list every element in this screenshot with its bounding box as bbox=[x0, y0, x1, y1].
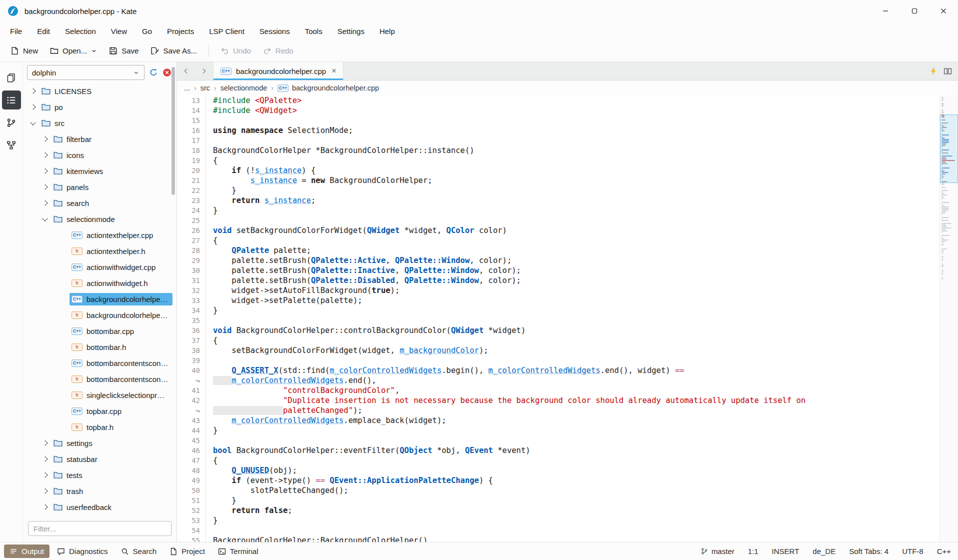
close-button[interactable] bbox=[929, 0, 958, 22]
tree-item[interactable]: userfeedback bbox=[23, 499, 176, 515]
lightning-icon[interactable] bbox=[930, 67, 938, 75]
tree-item[interactable]: search bbox=[23, 195, 176, 211]
save-as-button[interactable]: Save As... bbox=[145, 44, 202, 58]
code-line[interactable]: 22 } bbox=[177, 186, 940, 196]
tab-back-button[interactable] bbox=[177, 62, 195, 80]
code-line[interactable]: 21 s_instance = new BackgroundColorHelpe… bbox=[177, 176, 940, 186]
code-line[interactable]: 19{ bbox=[177, 156, 940, 166]
redo-button[interactable]: Redo bbox=[258, 44, 299, 58]
statusbar-project-button[interactable]: Project bbox=[164, 544, 210, 558]
statusbar-encoding[interactable]: UTF-8 bbox=[902, 547, 924, 556]
sidebar-button-git[interactable] bbox=[2, 113, 21, 132]
undo-button[interactable]: Undo bbox=[215, 44, 256, 58]
sidebar-button-documents[interactable] bbox=[2, 68, 21, 87]
code-line[interactable]: 17 bbox=[177, 136, 940, 146]
code-line[interactable]: 25 bbox=[177, 216, 940, 226]
tree-item[interactable]: icons bbox=[23, 147, 176, 163]
tree-item[interactable]: C++backgroundcolorhelper.c... bbox=[23, 291, 176, 307]
tree-item[interactable]: statusbar bbox=[23, 451, 176, 467]
code-line[interactable]: 27{ bbox=[177, 236, 940, 246]
tree-item[interactable]: settings bbox=[23, 435, 176, 451]
code-line[interactable]: 32 widget->setAutoFillBackground(true); bbox=[177, 286, 940, 296]
minimap-viewport[interactable] bbox=[940, 114, 958, 183]
statusbar-input-mode[interactable]: INSERT bbox=[772, 547, 800, 556]
code-line[interactable]: 47{ bbox=[177, 456, 940, 466]
tree-item[interactable]: C++bottombar.cpp bbox=[23, 323, 176, 339]
tree-item[interactable]: C++bottombarcontentscont... bbox=[23, 355, 176, 371]
code-line[interactable]: 48 Q_UNUSED(obj); bbox=[177, 466, 940, 476]
tree-item[interactable]: LICENSES bbox=[23, 83, 176, 99]
code-line[interactable]: 40 Q_ASSERT_X(std::find(m_colorControlle… bbox=[177, 366, 940, 376]
menu-file[interactable]: File bbox=[10, 27, 22, 36]
statusbar-dictionary[interactable]: de_DE bbox=[812, 547, 836, 556]
code-line[interactable]: 15 bbox=[177, 116, 940, 126]
code-line[interactable]: 52 return false; bbox=[177, 506, 940, 516]
code-line[interactable]: 26void setBackgroundColorForWidget(QWidg… bbox=[177, 226, 940, 236]
tree-item[interactable]: hactiontexthelper.h bbox=[23, 243, 176, 259]
tree-item[interactable]: htopbar.h bbox=[23, 419, 176, 435]
project-selector-combobox[interactable]: dolphin bbox=[27, 65, 144, 80]
menu-view[interactable]: View bbox=[111, 27, 127, 36]
breadcrumb-item[interactable]: ... bbox=[184, 84, 190, 92]
maximize-button[interactable] bbox=[900, 0, 929, 22]
tree-item[interactable]: trash bbox=[23, 483, 176, 499]
minimize-button[interactable] bbox=[871, 0, 900, 22]
code-line[interactable]: ↪ m_colorControlledWidgets.end(), bbox=[177, 376, 940, 386]
code-line[interactable]: 31 palette.setBrush(QPalette::Disabled, … bbox=[177, 276, 940, 286]
code-line[interactable]: ↪ paletteChanged"); bbox=[177, 406, 940, 416]
menu-edit[interactable]: Edit bbox=[37, 27, 50, 36]
tree-item[interactable]: src bbox=[23, 115, 176, 131]
tree-item[interactable]: C++topbar.cpp bbox=[23, 403, 176, 419]
tab-backgroundcolorhelper[interactable]: C++ backgroundcolorhelper.cpp × bbox=[213, 62, 344, 80]
open-button[interactable]: Open... bbox=[44, 44, 102, 58]
tab-forward-button[interactable] bbox=[195, 62, 213, 80]
code-line[interactable]: 29 palette.setBrush(QPalette::Active, QP… bbox=[177, 256, 940, 266]
code-line[interactable]: 49 if (event->type() == QEvent::Applicat… bbox=[177, 476, 940, 486]
tree-item[interactable]: hbottombarcontentscont... bbox=[23, 371, 176, 387]
tree-item[interactable]: po bbox=[23, 99, 176, 115]
tree-item[interactable]: filterbar bbox=[23, 131, 176, 147]
code-line[interactable]: 33 widget->setPalette(palette); bbox=[177, 296, 940, 306]
tree-scrollbar[interactable] bbox=[172, 67, 175, 195]
tree-item[interactable]: selectionmode bbox=[23, 211, 176, 227]
code-line[interactable]: 16using namespace SelectionMode; bbox=[177, 126, 940, 136]
code-line[interactable]: 51 } bbox=[177, 496, 940, 506]
code-line[interactable]: 18BackgroundColorHelper *BackgroundColor… bbox=[177, 146, 940, 156]
sidebar-button-projects[interactable] bbox=[2, 90, 21, 110]
code-line[interactable]: 50 slotPaletteChanged(); bbox=[177, 486, 940, 496]
code-line[interactable]: 13#include <QPalette> bbox=[177, 96, 940, 106]
statusbar-syntax-mode[interactable]: C++ bbox=[937, 547, 951, 556]
code-line[interactable]: 24} bbox=[177, 206, 940, 216]
tree-item[interactable]: C++actiontexthelper.cpp bbox=[23, 227, 176, 243]
menu-go[interactable]: Go bbox=[142, 27, 152, 36]
code-line[interactable]: 30 palette.setBrush(QPalette::Inactive, … bbox=[177, 266, 940, 276]
tree-item[interactable]: kitemviews bbox=[23, 163, 176, 179]
menu-sessions[interactable]: Sessions bbox=[260, 27, 290, 36]
statusbar-cursor-position[interactable]: 1:1 bbox=[748, 547, 758, 556]
code-line[interactable]: 39 bbox=[177, 356, 940, 366]
breadcrumb-item[interactable]: src bbox=[200, 84, 210, 92]
menu-tools[interactable]: Tools bbox=[305, 27, 322, 36]
statusbar-search-button[interactable]: Search bbox=[116, 544, 162, 558]
code-line[interactable]: 43 m_colorControlledWidgets.emplace_back… bbox=[177, 416, 940, 426]
tree-item[interactable]: C++actionwithwidget.cpp bbox=[23, 259, 176, 275]
code-line[interactable]: 23 return s_instance; bbox=[177, 196, 940, 206]
code-line[interactable]: 20 if (!s_instance) { bbox=[177, 166, 940, 176]
code-line[interactable]: 34} bbox=[177, 306, 940, 316]
menu-help[interactable]: Help bbox=[380, 27, 395, 36]
tree-item[interactable]: hbottombar.h bbox=[23, 339, 176, 355]
code-line[interactable]: 28 QPalette palette; bbox=[177, 246, 940, 256]
breadcrumb-item[interactable]: selectionmode bbox=[220, 84, 268, 92]
code-line[interactable]: 46bool BackgroundColorHelper::eventFilte… bbox=[177, 446, 940, 456]
tree-item[interactable]: panels bbox=[23, 179, 176, 195]
code-view[interactable]: 13#include <QPalette>14#include <QWidget… bbox=[177, 96, 940, 542]
split-view-icon[interactable] bbox=[944, 67, 952, 76]
code-line[interactable]: 41 "controlBackgroundColor", bbox=[177, 386, 940, 396]
tree-item[interactable]: hsingleclickselectionproxy... bbox=[23, 387, 176, 403]
statusbar-output-button[interactable]: Output bbox=[4, 544, 50, 558]
code-line[interactable]: 44} bbox=[177, 426, 940, 436]
code-line[interactable]: 53} bbox=[177, 516, 940, 526]
project-filter-input[interactable] bbox=[28, 521, 172, 536]
tree-item[interactable]: tests bbox=[23, 467, 176, 483]
menu-projects[interactable]: Projects bbox=[167, 27, 194, 36]
